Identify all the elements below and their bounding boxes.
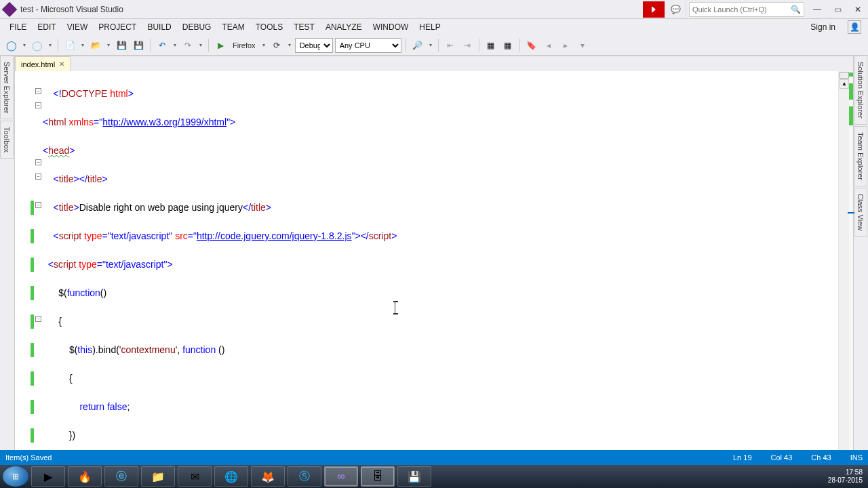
next-bookmark-button[interactable]: ▸ xyxy=(558,38,573,53)
fold-icon[interactable]: − xyxy=(35,202,41,208)
taskbar-save[interactable]: 💾 xyxy=(397,466,431,487)
solution-explorer-tab[interactable]: Solution Explorer xyxy=(854,56,867,125)
left-dock: Server Explorer Toolbox xyxy=(0,56,15,464)
split-handle[interactable] xyxy=(840,72,849,79)
nav-forward-button[interactable]: ◯ xyxy=(30,38,45,53)
notifications-button[interactable] xyxy=(643,1,665,18)
close-button[interactable]: ✕ xyxy=(848,3,868,16)
taskbar-thunderbird[interactable]: ✉ xyxy=(178,466,212,487)
file-tab-label: index.html xyxy=(21,60,55,68)
redo-button[interactable]: ↷ xyxy=(180,38,195,53)
taskbar-explorer[interactable]: 📁 xyxy=(141,466,175,487)
status-ins: INS xyxy=(850,453,863,462)
comment-button[interactable]: ▦ xyxy=(484,38,498,53)
vertical-scrollbar[interactable]: ▲ xyxy=(838,71,849,488)
prev-bookmark-button[interactable]: ◂ xyxy=(541,38,556,53)
overview-ruler[interactable] xyxy=(849,71,853,488)
taskbar-app1[interactable]: 🔥 xyxy=(68,466,102,487)
fold-icon[interactable]: − xyxy=(35,316,41,322)
open-file-button[interactable]: 📂 xyxy=(88,38,103,53)
taskbar-skype[interactable]: Ⓢ xyxy=(288,466,321,487)
taskbar-firefox[interactable]: 🦊 xyxy=(251,466,285,487)
menu-build[interactable]: BUILD xyxy=(142,20,176,34)
search-icon: 🔍 xyxy=(791,5,801,14)
status-line: Ln 19 xyxy=(733,453,752,462)
platform-combo[interactable]: Any CPU xyxy=(335,38,401,53)
user-avatar-icon[interactable]: 👤 xyxy=(848,20,861,34)
taskbar-ssms[interactable]: 🗄 xyxy=(361,466,395,487)
menu-analyze[interactable]: ANALYZE xyxy=(320,20,368,34)
save-button[interactable]: 💾 xyxy=(114,38,129,53)
menu-file[interactable]: FILE xyxy=(4,20,32,34)
start-button[interactable]: ▶ xyxy=(213,38,228,53)
vs-logo-icon xyxy=(2,1,18,17)
fold-icon[interactable]: − xyxy=(35,102,41,108)
clear-bookmarks-button[interactable]: ▾ xyxy=(575,38,590,53)
taskbar-mediaplayer[interactable]: ▶ xyxy=(31,466,65,487)
taskbar: ⊞ ▶ 🔥 ⓔ 📁 ✉ 🌐 🦊 Ⓢ ∞ 🗄 💾 17:58 28-07-2015 xyxy=(0,465,868,488)
menu-project[interactable]: PROJECT xyxy=(93,20,142,34)
editor[interactable]: − − − − − − <!DOCTYPE html> <html xmlns=… xyxy=(15,71,853,488)
status-message: Item(s) Saved xyxy=(5,453,52,462)
file-tab-bar: index.html ✕ xyxy=(15,56,853,71)
statusbar: Item(s) Saved Ln 19 Col 43 Ch 43 INS xyxy=(0,450,868,465)
menu-help[interactable]: HELP xyxy=(414,20,446,34)
menu-view[interactable]: VIEW xyxy=(62,20,94,34)
taskbar-visualstudio[interactable]: ∞ xyxy=(324,466,358,487)
status-ch: Ch 43 xyxy=(811,453,831,462)
start-browser-label[interactable]: Firefox xyxy=(230,41,258,49)
new-project-button[interactable]: 📄 xyxy=(62,38,77,53)
menu-debug[interactable]: DEBUG xyxy=(177,20,217,34)
outdent-button[interactable]: ⇤ xyxy=(443,38,458,53)
feedback-button[interactable]: 💬 xyxy=(665,0,686,18)
tray-date: 28-07-2015 xyxy=(828,476,863,485)
menu-team[interactable]: TEAM xyxy=(216,20,250,34)
class-view-tab[interactable]: Class View xyxy=(854,188,867,237)
fold-icon[interactable]: − xyxy=(35,174,41,180)
flag-icon xyxy=(652,6,656,13)
tray-time: 17:58 xyxy=(828,468,863,476)
refresh-button[interactable]: ⟳ xyxy=(269,38,284,53)
nav-forward-dropdown[interactable]: ▾ xyxy=(47,42,54,48)
menubar: FILE EDIT VIEW PROJECT BUILD DEBUG TEAM … xyxy=(0,19,868,35)
quick-launch-input[interactable] xyxy=(692,5,787,14)
toolbar: ◯▾ ◯▾ 📄▾ 📂▾ 💾 💾 ↶▾ ↷▾ ▶ Firefox▾ ⟳▾ Debu… xyxy=(0,35,868,56)
menu-window[interactable]: WINDOW xyxy=(368,20,414,34)
config-combo[interactable]: Debug xyxy=(295,38,333,53)
taskbar-chrome[interactable]: 🌐 xyxy=(214,466,248,487)
nav-back-button[interactable]: ◯ xyxy=(4,38,19,53)
status-col: Col 43 xyxy=(771,453,793,462)
start-button[interactable]: ⊞ xyxy=(3,466,28,487)
bookmark-button[interactable]: 🔖 xyxy=(524,38,539,53)
maximize-button[interactable]: ▭ xyxy=(827,3,848,16)
file-tab-index[interactable]: index.html ✕ xyxy=(15,56,71,71)
taskbar-ie[interactable]: ⓔ xyxy=(104,466,138,487)
menu-test[interactable]: TEST xyxy=(288,20,320,34)
system-tray[interactable]: 17:58 28-07-2015 xyxy=(828,468,868,485)
nav-back-dropdown[interactable]: ▾ xyxy=(21,42,28,48)
find-button[interactable]: 🔎 xyxy=(410,38,425,53)
indent-button[interactable]: ⇥ xyxy=(460,38,475,53)
quick-launch-box[interactable]: 🔍 xyxy=(689,2,804,17)
fold-icon[interactable]: − xyxy=(35,159,41,165)
undo-button[interactable]: ↶ xyxy=(155,38,170,53)
window-title: test - Microsoft Visual Studio xyxy=(20,5,123,14)
save-all-button[interactable]: 💾 xyxy=(131,38,146,53)
editor-region: index.html ✕ − − − − − − <!DOCTYPE html>… xyxy=(15,56,853,464)
team-explorer-tab[interactable]: Team Explorer xyxy=(854,126,867,186)
right-dock: Solution Explorer Team Explorer Class Vi… xyxy=(853,56,868,464)
sign-in-link[interactable]: Sign in xyxy=(805,20,841,34)
scroll-up-icon[interactable]: ▲ xyxy=(840,79,849,89)
fold-icon[interactable]: − xyxy=(35,88,41,94)
close-tab-icon[interactable]: ✕ xyxy=(59,60,64,68)
titlebar: test - Microsoft Visual Studio 💬 🔍 — ▭ ✕ xyxy=(0,0,868,19)
uncomment-button[interactable]: ▦ xyxy=(500,38,515,53)
code-area[interactable]: <!DOCTYPE html> <html xmlns="http://www.… xyxy=(43,71,838,488)
toolbox-tab[interactable]: Toolbox xyxy=(0,121,14,159)
server-explorer-tab[interactable]: Server Explorer xyxy=(0,56,14,119)
minimize-button[interactable]: — xyxy=(807,3,827,16)
menu-edit[interactable]: EDIT xyxy=(32,20,61,34)
menu-tools[interactable]: TOOLS xyxy=(250,20,288,34)
